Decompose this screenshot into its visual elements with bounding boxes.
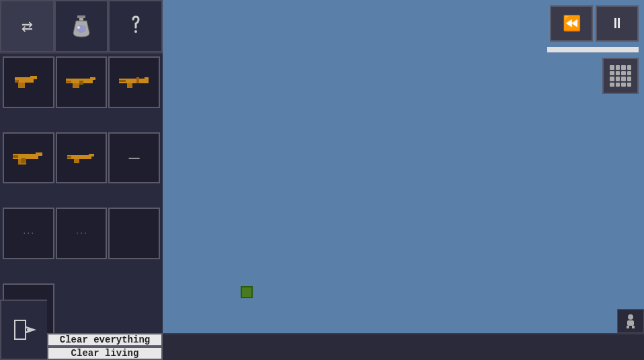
svg-rect-16	[127, 83, 132, 88]
svg-point-22	[21, 158, 26, 163]
entity-icon	[617, 309, 644, 333]
smg2-icon	[65, 148, 98, 168]
rewind-button[interactable]: ⏪	[550, 5, 593, 42]
svg-rect-32	[15, 320, 26, 339]
weapon-cell-5[interactable]	[56, 132, 108, 184]
svg-rect-6	[30, 76, 37, 79]
player-entity	[241, 286, 253, 298]
progress-bar-container	[547, 47, 639, 52]
help-button[interactable]	[108, 0, 163, 52]
toolbar: ⇄	[0, 0, 163, 54]
svg-point-4	[134, 30, 137, 33]
svg-rect-12	[66, 81, 71, 83]
weapon-text-6: ▬▬▬	[129, 154, 140, 161]
weapon-cell-3[interactable]	[108, 56, 160, 108]
rifle-icon	[118, 72, 151, 92]
svg-rect-26	[74, 159, 79, 163]
weapon-cell-9[interactable]	[108, 208, 160, 259]
potion-button[interactable]	[54, 0, 109, 52]
svg-rect-17	[119, 80, 126, 82]
svg-rect-25	[89, 154, 94, 156]
exit-button[interactable]	[0, 300, 47, 360]
svg-rect-20	[36, 152, 42, 156]
weapon-cell-8[interactable]: ···	[56, 208, 108, 259]
top-right-controls: ⏪ ⏸	[542, 0, 644, 58]
svg-rect-7	[18, 83, 25, 88]
svg-rect-27	[67, 156, 71, 159]
smg-icon	[65, 72, 98, 92]
weapon-cell-2[interactable]	[56, 56, 108, 108]
rewind-icon: ⏪	[563, 15, 581, 33]
help-icon	[126, 15, 145, 37]
progress-bar	[547, 47, 639, 52]
bottom-bar	[163, 333, 644, 360]
svg-rect-23	[13, 155, 18, 158]
weapon-cell-4[interactable]	[3, 132, 54, 184]
clear-living-button[interactable]: Clear living	[47, 347, 163, 360]
svg-rect-11	[73, 83, 79, 88]
weapon-cell-1[interactable]	[3, 56, 54, 108]
weapon-cell-7[interactable]: ···	[3, 208, 54, 259]
grid-toggle-button[interactable]	[602, 58, 639, 94]
pause-button[interactable]: ⏸	[596, 5, 639, 42]
playback-controls: ⏪ ⏸	[550, 5, 639, 42]
svg-point-28	[628, 314, 633, 320]
svg-rect-1	[77, 15, 85, 18]
svg-point-2	[77, 25, 86, 33]
clear-everything-button[interactable]: Clear everything	[47, 333, 163, 347]
weapon-text-7: ···	[22, 230, 34, 237]
svg-point-3	[77, 26, 80, 29]
svg-rect-15	[145, 77, 149, 80]
exit-icon	[12, 318, 36, 342]
svg-rect-13	[79, 81, 83, 85]
person-icon	[622, 313, 639, 329]
bottom-left-controls: Clear everything Clear living	[0, 300, 163, 360]
svg-rect-10	[90, 77, 95, 80]
weapon-cell-6[interactable]: ▬▬▬	[108, 132, 160, 184]
pistol-icon	[11, 72, 45, 92]
svg-rect-30	[627, 326, 629, 328]
svg-rect-31	[632, 326, 635, 328]
clear-buttons-container: Clear everything Clear living	[47, 333, 163, 360]
pause-icon: ⏸	[610, 15, 625, 33]
grid-icon	[610, 65, 631, 87]
potion-icon	[71, 14, 92, 38]
svg-rect-8	[15, 80, 19, 83]
svg-rect-29	[627, 320, 634, 326]
svg-rect-18	[136, 77, 139, 83]
lmg-icon	[11, 148, 45, 168]
swap-button[interactable]: ⇄	[0, 0, 54, 52]
weapon-text-8: ···	[75, 230, 87, 237]
